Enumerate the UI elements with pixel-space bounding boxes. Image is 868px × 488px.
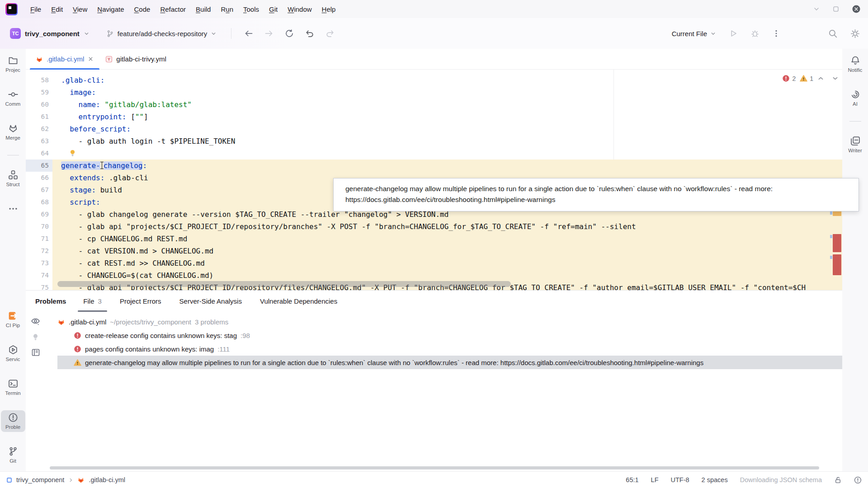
inspections-widget[interactable]: 2 1 [782,75,839,82]
menu-item-help[interactable]: Help [317,4,341,15]
problem-item[interactable]: create-release config contains unknown k… [57,328,842,342]
open-preview-icon[interactable] [31,348,40,357]
breadcrumb-project[interactable]: trivy_component [16,476,64,483]
code-line[interactable]: 58.glab-cli: [26,74,842,86]
notifications-status-icon[interactable] [854,476,862,484]
code-line[interactable]: 70 - glab api "projects/$CI_PROJECT_ID/r… [26,221,842,233]
run-configuration-selector[interactable]: Current File [672,30,716,38]
code-line[interactable]: 59 image: [26,86,842,99]
status-indent[interactable]: 2 spaces [702,476,728,483]
tool-stripe-writer[interactable]: Writer [843,134,868,155]
code-line[interactable]: 61 entrypoint: [""] [26,111,842,123]
menu-item-refactor[interactable]: Refactor [155,4,191,15]
menu-item-run[interactable]: Run [216,4,238,15]
scrollbar-warning-mark[interactable] [833,211,841,216]
search-icon[interactable] [828,29,838,38]
code-line[interactable]: 74 - CHANGELOG=$(cat CHANGELOG.md) [26,269,842,282]
menu-item-tools[interactable]: Tools [238,4,264,15]
back-icon[interactable] [244,29,253,38]
problems-file-row[interactable]: .gitlab-ci.yml~/projects/trivy_component… [57,315,842,328]
refresh-icon[interactable] [285,29,294,38]
menu-item-edit[interactable]: Edit [46,4,68,15]
scrollbar-error-mark[interactable] [833,254,841,275]
tool-stripe-notifications[interactable]: Notific [843,53,868,75]
line-number[interactable]: 63 [26,135,52,147]
tool-stripe-git[interactable]: Git [1,444,25,466]
maximize-icon[interactable] [832,5,840,13]
prev-problem-icon[interactable] [817,75,824,82]
status-line-ending[interactable]: LF [651,476,659,483]
chevron-down-icon[interactable] [813,5,820,13]
tool-stripe-ai[interactable]: AI [843,87,868,109]
tab-gitlab-ci-trivy-yml[interactable]: Y gitlab-ci-trivy.yml [99,49,172,69]
scrollbar-error-mark[interactable] [833,234,841,252]
problems-tab-server-side-analysis[interactable]: Server-Side Analysis [179,291,242,312]
line-number[interactable]: 75 [26,282,52,290]
code-line[interactable]: 64 [26,147,842,160]
tool-stripe-ci-pipeline[interactable]: CI Pip [1,309,25,330]
tool-stripe-services[interactable]: Servic [1,343,25,364]
tool-stripe-commit[interactable]: Comm [1,87,25,109]
tab-gitlab-ci-yml[interactable]: .gitlab-ci.yml [30,49,99,69]
redo-icon[interactable] [326,29,335,38]
line-number[interactable]: 60 [26,99,52,111]
line-number[interactable]: 72 [26,245,52,257]
line-number[interactable]: 62 [26,123,52,135]
tool-stripe-problems[interactable]: Proble [1,410,25,432]
code-line[interactable]: 62 before_script: [26,123,842,135]
line-number[interactable]: 71 [26,233,52,245]
settings-gear-icon[interactable] [850,29,860,38]
menu-item-code[interactable]: Code [129,4,156,15]
editor-horizontal-scrollbar[interactable] [57,281,511,287]
code-line[interactable]: 71 - cp CHANGELOG.md REST.md [26,233,842,245]
code-line[interactable]: 65generate-changelog: [26,160,842,172]
debug-icon[interactable] [750,29,760,38]
menu-item-window[interactable]: Window [283,4,316,15]
tool-stripe-project[interactable]: Projec [1,53,25,75]
line-number[interactable]: 59 [26,86,52,99]
tool-stripe-structure[interactable]: Struct [1,168,25,189]
status-caret-position[interactable]: 65:1 [626,476,638,483]
line-number[interactable]: 68 [26,196,52,208]
next-problem-icon[interactable] [832,75,839,82]
menu-item-git[interactable]: Git [264,4,283,15]
code-line[interactable]: 73 - cat REST.md >> CHANGELOG.md [26,257,842,269]
tool-stripe-more[interactable] [1,202,25,216]
tooltip-text-line2[interactable]: https://docs.gitlab.com/ee/ci/troublesho… [345,194,850,205]
line-number[interactable]: 70 [26,221,52,233]
close-tab-icon[interactable] [88,56,94,62]
app-logo-icon[interactable] [5,3,18,15]
unlock-icon[interactable] [834,476,842,484]
forward-icon[interactable] [264,29,274,38]
menu-item-view[interactable]: View [68,4,92,15]
line-number[interactable]: 58 [26,74,52,86]
line-number[interactable]: 65 [26,160,52,172]
tool-stripe-merge[interactable]: Merge [1,121,25,143]
status-encoding[interactable]: UTF-8 [671,476,689,483]
line-number[interactable]: 66 [26,172,52,184]
line-number[interactable]: 61 [26,111,52,123]
problems-tab-project-errors[interactable]: Project Errors [120,291,161,312]
project-widget[interactable]: TC trivy_component [6,25,94,42]
line-number[interactable]: 64 [26,147,52,160]
problems-tab-file[interactable]: File3 [83,291,102,312]
line-number[interactable]: 67 [26,184,52,196]
tool-stripe-terminal[interactable]: Termin [1,376,25,398]
run-icon[interactable] [729,29,738,38]
line-number[interactable]: 74 [26,269,52,282]
undo-icon[interactable] [305,29,314,38]
problem-item[interactable]: pages config contains unknown keys: imag… [57,342,842,356]
problems-tab-vulnerable-dependencies[interactable]: Vulnerable Dependencies [260,291,337,312]
branch-widget[interactable]: feature/add-checks-repository [106,30,217,38]
more-actions-icon[interactable] [772,29,780,38]
quick-fix-bulb-icon[interactable] [31,333,40,341]
code-line[interactable]: 60 name: "gitlab/glab:latest" [26,99,842,111]
problem-item[interactable]: generate-changelog may allow multiple pi… [57,356,842,369]
view-options-eye-icon[interactable] [31,316,40,326]
menu-item-navigate[interactable]: Navigate [92,4,129,15]
line-number[interactable]: 69 [26,208,52,221]
close-window-icon[interactable] [852,5,861,14]
breadcrumb-file[interactable]: .gitlab-ci.yml [89,476,125,483]
menu-item-file[interactable]: File [25,4,46,15]
code-line[interactable]: 72 - cat VERSION.md > CHANGELOG.md [26,245,842,257]
